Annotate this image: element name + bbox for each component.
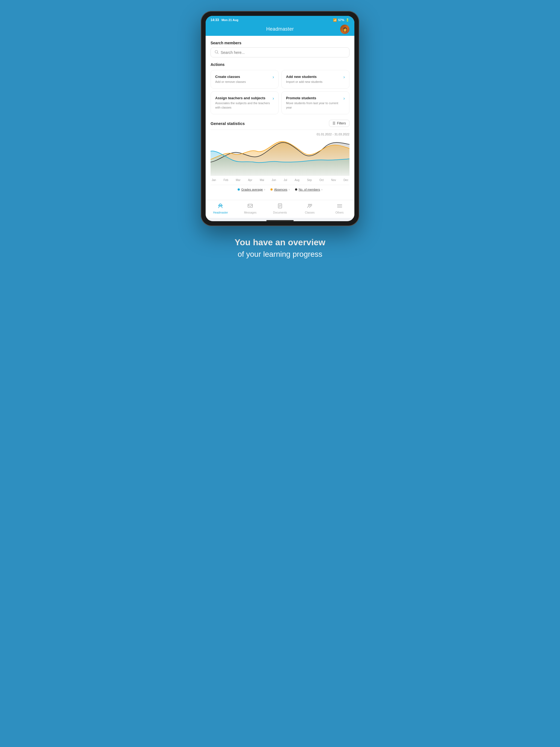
actions-grid: Create classes Add or remove classes › A… xyxy=(210,70,350,114)
legend-members[interactable]: No. of members › xyxy=(295,188,322,191)
tagline-bold: You have an overview xyxy=(235,237,325,248)
create-classes-arrow: › xyxy=(273,75,274,80)
assign-teachers-subtitle: Associates the subjects and the teachers… xyxy=(215,101,271,110)
tablet-frame: 14:33 Mon 21 Aug 📶 57% 🔋 Headmaster 👩 Se… xyxy=(201,11,359,226)
chart-bottom-divider xyxy=(210,185,350,185)
x-label-jul: Jul xyxy=(284,179,287,182)
stats-title: General statistics xyxy=(210,121,245,126)
status-bar: 14:33 Mon 21 Aug 📶 57% 🔋 xyxy=(206,16,354,24)
svg-point-11 xyxy=(310,204,312,206)
chart-x-labels: Jan Feb Mar Apr Mai Jun Jul Aug Sep Oct … xyxy=(210,179,350,182)
absences-label: Absences xyxy=(274,188,287,191)
stats-header: General statistics ☰ Filters xyxy=(210,120,350,127)
action-add-students[interactable]: Add new students Import or add new stude… xyxy=(281,70,350,88)
add-students-subtitle: Import or add new students xyxy=(286,80,341,84)
x-label-apr: Apr xyxy=(248,179,252,182)
x-label-jan: Jan xyxy=(212,179,216,182)
chart-svg xyxy=(210,137,350,176)
assign-teachers-title: Assign teachers and subjects xyxy=(215,96,271,100)
tablet-screen: 14:33 Mon 21 Aug 📶 57% 🔋 Headmaster 👩 Se… xyxy=(206,16,354,221)
absences-arrow: › xyxy=(289,188,289,191)
search-label: Search members xyxy=(210,41,350,45)
headmaster-nav-icon xyxy=(218,203,223,210)
status-time-date: 14:33 Mon 21 Aug xyxy=(210,18,238,22)
nav-classes[interactable]: Classes xyxy=(302,203,318,214)
svg-point-3 xyxy=(222,205,223,206)
promote-students-title: Promote students xyxy=(286,96,341,100)
home-indicator xyxy=(266,220,294,221)
members-dot xyxy=(295,188,297,190)
others-nav-icon xyxy=(337,203,342,210)
filters-button[interactable]: ☰ Filters xyxy=(329,120,350,127)
tagline: You have an overview of your learning pr… xyxy=(235,237,325,259)
members-label: No. of members xyxy=(299,188,320,191)
classes-nav-icon xyxy=(307,203,313,210)
wifi-icon: 📶 xyxy=(333,18,337,22)
create-classes-title: Create classes xyxy=(215,75,271,79)
legend-grades[interactable]: Grades average › xyxy=(238,188,265,191)
messages-nav-icon xyxy=(247,203,253,210)
nav-documents[interactable]: Documents xyxy=(272,203,288,214)
status-icons: 📶 57% 🔋 xyxy=(333,18,350,22)
assign-teachers-arrow: › xyxy=(273,96,274,101)
chart-legend: Grades average › Absences › No. of membe… xyxy=(210,188,350,191)
search-input-wrapper[interactable] xyxy=(210,47,350,57)
headmaster-nav-label: Headmaster xyxy=(213,211,228,214)
grades-arrow: › xyxy=(264,188,265,191)
documents-nav-label: Documents xyxy=(273,211,287,214)
promote-students-subtitle: Move students from last year to current … xyxy=(286,101,341,110)
svg-point-10 xyxy=(308,204,310,206)
nav-headmaster[interactable]: Headmaster xyxy=(212,203,229,214)
main-content: Search members Actions Create cl xyxy=(206,36,354,200)
absences-dot xyxy=(271,188,273,190)
svg-point-4 xyxy=(219,205,220,206)
add-students-arrow: › xyxy=(343,75,345,80)
grades-dot xyxy=(238,188,240,190)
nav-messages[interactable]: Messages xyxy=(242,203,258,214)
svg-point-2 xyxy=(220,204,221,205)
statistics-section: General statistics ☰ Filters 01.01.2022 … xyxy=(210,120,350,191)
create-classes-subtitle: Add or remove classes xyxy=(215,80,271,84)
avatar-image: 👩 xyxy=(340,25,350,34)
classes-nav-label: Classes xyxy=(305,211,315,214)
documents-nav-icon xyxy=(277,203,283,210)
promote-students-arrow: › xyxy=(343,96,345,101)
x-label-sep: Sep xyxy=(307,179,312,182)
filters-label: Filters xyxy=(337,121,346,125)
tagline-light: of your learning progress xyxy=(235,250,325,259)
svg-line-1 xyxy=(218,53,219,54)
x-label-mar: Mar xyxy=(236,179,240,182)
user-avatar[interactable]: 👩 xyxy=(340,25,350,34)
x-label-aug: Aug xyxy=(295,179,299,182)
x-label-dec: Dec xyxy=(343,179,348,182)
app-title: Headmaster xyxy=(266,26,294,32)
chart-date-range: 01.01.2022 - 31.03.2022 xyxy=(210,133,350,136)
messages-nav-label: Messages xyxy=(244,211,256,214)
battery-text: 57% xyxy=(338,18,344,22)
x-label-nov: Nov xyxy=(331,179,336,182)
filter-icon: ☰ xyxy=(332,121,335,125)
members-arrow: › xyxy=(321,188,322,191)
nav-others[interactable]: Others xyxy=(331,203,348,214)
actions-label: Actions xyxy=(210,62,350,67)
x-label-feb: Feb xyxy=(224,179,228,182)
grades-label: Grades average xyxy=(241,188,263,191)
svg-rect-5 xyxy=(248,204,253,208)
legend-absences[interactable]: Absences › xyxy=(271,188,289,191)
x-label-oct: Oct xyxy=(320,179,324,182)
action-promote-students[interactable]: Promote students Move students from last… xyxy=(281,91,350,114)
chart-container xyxy=(210,137,350,176)
status-date: Mon 21 Aug xyxy=(222,18,238,22)
status-time: 14:33 xyxy=(210,18,219,22)
app-header: Headmaster 👩 xyxy=(206,24,354,36)
battery-icon: 🔋 xyxy=(346,18,350,22)
others-nav-label: Others xyxy=(335,211,344,214)
action-create-classes[interactable]: Create classes Add or remove classes › xyxy=(210,70,279,88)
action-assign-teachers[interactable]: Assign teachers and subjects Associates … xyxy=(210,91,279,114)
search-section: Search members xyxy=(210,41,350,57)
search-input[interactable] xyxy=(221,50,345,55)
x-label-mai: Mai xyxy=(260,179,264,182)
x-label-jun: Jun xyxy=(272,179,276,182)
search-icon xyxy=(215,50,219,55)
bottom-nav: Headmaster Messages xyxy=(206,200,354,218)
